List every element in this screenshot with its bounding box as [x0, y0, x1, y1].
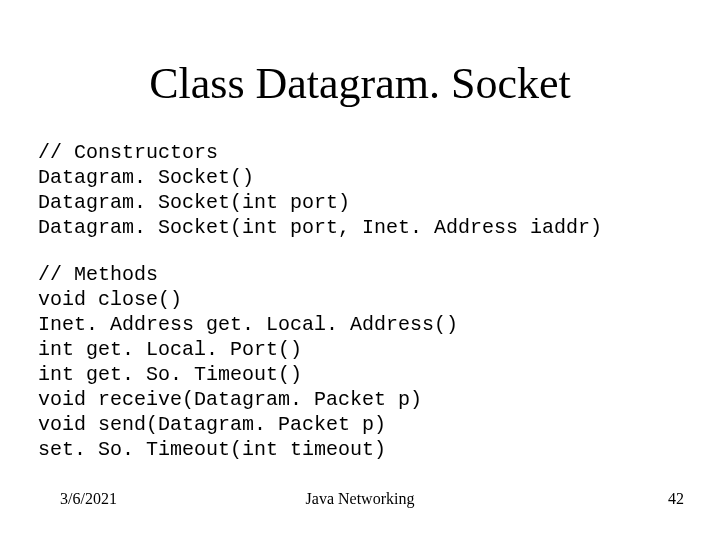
method-line: void receive(Datagram. Packet p) [38, 387, 682, 412]
footer-title: Java Networking [0, 490, 720, 508]
method-line: int get. Local. Port() [38, 337, 682, 362]
method-line: set. So. Timeout(int timeout) [38, 437, 682, 462]
slide-body: // Constructors Datagram. Socket() Datag… [38, 140, 682, 462]
method-line: void send(Datagram. Packet p) [38, 412, 682, 437]
slide: Class Datagram. Socket // Constructors D… [0, 0, 720, 540]
footer-page-number: 42 [668, 490, 684, 508]
method-line: Inet. Address get. Local. Address() [38, 312, 682, 337]
method-line: void close() [38, 287, 682, 312]
methods-heading: // Methods [38, 262, 682, 287]
constructor-line: Datagram. Socket(int port, Inet. Address… [38, 215, 682, 240]
method-line: int get. So. Timeout() [38, 362, 682, 387]
constructor-line: Datagram. Socket(int port) [38, 190, 682, 215]
section-gap [38, 240, 682, 262]
constructors-heading: // Constructors [38, 140, 682, 165]
constructor-line: Datagram. Socket() [38, 165, 682, 190]
slide-title: Class Datagram. Socket [0, 58, 720, 109]
